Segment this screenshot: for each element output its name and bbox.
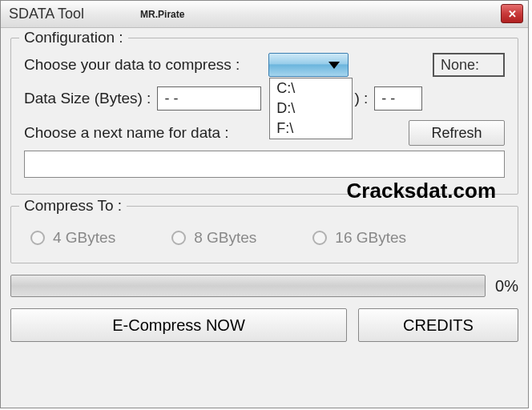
drive-option[interactable]: C:\ (270, 78, 352, 98)
configuration-group: Configuration : Choose your data to comp… (10, 38, 518, 195)
titlebar: SDATA Tool MR.Pirate ✕ (1, 1, 528, 28)
drive-combobox[interactable]: C:\ D:\ F:\ (268, 53, 349, 77)
radio-row: 4 GBytes 8 GBytes 16 GBytes (24, 221, 505, 250)
credits-button[interactable]: CREDITS (358, 308, 518, 342)
radio-8gb[interactable]: 8 GBytes (171, 229, 256, 247)
radio-label: 8 GBytes (194, 229, 256, 247)
data-size-field[interactable]: - - (157, 86, 261, 111)
ecompress-button[interactable]: E-Compress NOW (10, 308, 347, 342)
choose-label: Choose your data to compress : (24, 56, 240, 74)
progress-percent: 0% (495, 277, 518, 295)
data-size-value-2: - - (381, 90, 395, 107)
chevron-down-icon (328, 62, 340, 69)
size-label: Data Size (Bytes) : (24, 90, 151, 107)
name-input[interactable] (24, 151, 505, 178)
none-label: None: (441, 57, 479, 74)
drive-dropdown-list: C:\ D:\ F:\ (269, 78, 353, 139)
bottom-buttons: E-Compress NOW CREDITS (10, 308, 518, 342)
progress-row: 0% (10, 275, 518, 297)
drive-option[interactable]: F:\ (270, 119, 352, 139)
radio-16gb[interactable]: 16 GBytes (312, 229, 406, 247)
close-button[interactable]: ✕ (501, 4, 523, 23)
progress-bar (10, 275, 486, 297)
compress-title: Compress To : (19, 197, 127, 215)
radio-icon (312, 231, 327, 245)
data-size-field-2[interactable]: - - (374, 86, 422, 111)
drive-option[interactable]: D:\ (270, 98, 352, 119)
name-row: Choose a next name for data : Refresh (24, 120, 505, 146)
refresh-label: Refresh (431, 125, 482, 142)
data-size-value: - - (164, 90, 178, 107)
radio-icon (30, 231, 45, 245)
radio-icon (171, 231, 186, 245)
radio-4gb[interactable]: 4 GBytes (30, 229, 115, 247)
ecompress-label: E-Compress NOW (112, 316, 245, 335)
size-paren: ) : (354, 90, 368, 107)
radio-label: 16 GBytes (335, 229, 406, 247)
window-title: SDATA Tool (9, 6, 84, 22)
compress-group: Compress To : 4 GBytes 8 GBytes 16 GByte… (10, 206, 518, 263)
choose-row: Choose your data to compress : C:\ D:\ F… (24, 53, 505, 77)
name-label: Choose a next name for data : (24, 124, 229, 142)
watermark-text: Cracksdat.com (347, 179, 496, 203)
main-window: SDATA Tool MR.Pirate ✕ Configuration : C… (0, 0, 529, 408)
close-icon: ✕ (508, 8, 517, 20)
client-area: Configuration : Choose your data to comp… (1, 28, 528, 408)
radio-label: 4 GBytes (53, 229, 115, 247)
credits-label: CREDITS (403, 316, 474, 335)
window-subtitle: MR.Pirate (140, 9, 184, 20)
none-box: None: (433, 53, 505, 77)
size-row: Data Size (Bytes) : - - ) : - - (24, 86, 505, 111)
refresh-button[interactable]: Refresh (409, 120, 505, 146)
configuration-title: Configuration : (19, 29, 128, 46)
